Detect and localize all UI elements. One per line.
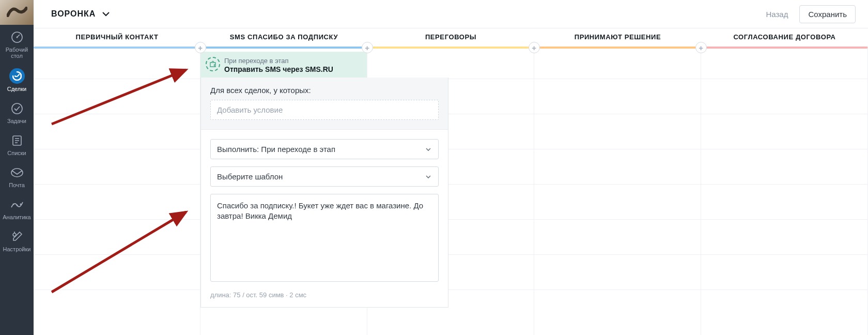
- nav-label: Аналитика: [3, 214, 30, 220]
- stage-headers: ПЕРВИЧНЫЙ КОНТАКТ+SMS СПАСИБО ЗА ПОДПИСК…: [34, 28, 868, 47]
- columns: При переходе в этап Отправить SMS через …: [34, 47, 868, 335]
- trigger-card[interactable]: При переходе в этап Отправить SMS через …: [200, 52, 367, 79]
- sidebar: Рабочий стол Сделки Задачи Списки Почта …: [0, 0, 34, 335]
- column-0: [34, 47, 200, 335]
- execute-select-value: Выполнить: При переходе в этап: [217, 145, 335, 154]
- template-select[interactable]: Выберите шаблон: [210, 166, 439, 187]
- add-stage-button[interactable]: +: [362, 42, 373, 53]
- nav-settings[interactable]: Настройки: [0, 224, 34, 256]
- column-4: [701, 47, 868, 335]
- nav-label: Сделки: [7, 86, 27, 92]
- trigger-title: Отправить SMS через SMS.RU: [224, 65, 360, 73]
- stage-header[interactable]: SMS СПАСИБО ЗА ПОДПИСКУ+: [200, 28, 367, 47]
- nav-mail[interactable]: Почта: [0, 160, 34, 192]
- nav-label: Задачи: [7, 118, 26, 124]
- config-panel: Для всех сделок, у которых: Добавить усл…: [200, 78, 448, 308]
- svg-point-5: [12, 204, 14, 205]
- back-button[interactable]: Назад: [757, 6, 796, 23]
- stage-label: SMS СПАСИБО ЗА ПОДПИСКУ: [230, 33, 338, 41]
- trigger-subtitle: При переходе в этап: [224, 57, 360, 65]
- stage-header[interactable]: ПРИНИМАЮТ РЕШЕНИЕ+: [534, 28, 701, 47]
- nav-dashboard[interactable]: Рабочий стол: [0, 25, 34, 63]
- tasks-icon: [10, 101, 24, 116]
- add-stage-button[interactable]: +: [529, 42, 540, 53]
- message-textarea[interactable]: Спасибо за подписку.! Букет уже ждет вас…: [210, 194, 439, 282]
- nav-label: Настройки: [3, 246, 31, 252]
- column-1: При переходе в этап Отправить SMS через …: [200, 47, 367, 335]
- save-button[interactable]: Сохранить: [799, 5, 856, 23]
- nav-label: Списки: [7, 150, 26, 156]
- stage-label: СОГЛАСОВАНИЕ ДОГОВОРА: [733, 33, 835, 41]
- stage-header[interactable]: ПЕРЕГОВОРЫ+: [367, 28, 534, 47]
- nav-analytics[interactable]: Аналитика: [0, 192, 34, 224]
- stage-label: ПЕРЕГОВОРЫ: [425, 33, 476, 41]
- svg-point-1: [16, 37, 18, 38]
- add-stage-button[interactable]: +: [695, 42, 707, 53]
- nav-lists[interactable]: Списки: [0, 128, 34, 160]
- stage-label: ПЕРВИЧНЫЙ КОНТАКТ: [76, 33, 159, 41]
- svg-point-4: [11, 169, 23, 177]
- chevron-down-icon[interactable]: [101, 9, 111, 19]
- settings-icon: [10, 230, 24, 244]
- nav-label: Почта: [9, 182, 25, 188]
- page-title: ВОРОНКА: [51, 9, 96, 19]
- svg-point-7: [20, 204, 21, 205]
- add-stage-button[interactable]: +: [195, 42, 206, 53]
- nav-deals[interactable]: Сделки: [0, 63, 34, 96]
- stage-label: ПРИНИМАЮТ РЕШЕНИЕ: [575, 33, 661, 41]
- analytics-icon: [10, 197, 24, 212]
- mail-icon: [10, 165, 24, 180]
- stage-header[interactable]: ПЕРВИЧНЫЙ КОНТАКТ+: [34, 28, 200, 47]
- chevron-down-icon: [425, 146, 432, 153]
- puzzle-icon: [206, 57, 220, 71]
- add-condition-input[interactable]: Добавить условие: [210, 100, 439, 120]
- svg-point-2: [12, 103, 22, 114]
- column-3: [534, 47, 701, 335]
- lists-icon: [10, 133, 24, 148]
- deals-icon: [9, 68, 25, 84]
- template-select-value: Выберите шаблон: [217, 172, 283, 181]
- conditions-label: Для всех сделок, у которых:: [210, 86, 439, 95]
- topbar: ВОРОНКА Назад Сохранить: [34, 0, 868, 28]
- chevron-down-icon: [425, 173, 432, 180]
- dashboard-icon: [10, 30, 24, 44]
- nav-label: Рабочий стол: [6, 47, 28, 59]
- char-counter: длина: 75 / ост. 59 симв · 2 смс: [201, 291, 448, 307]
- execute-select[interactable]: Выполнить: При переходе в этап: [210, 139, 439, 159]
- main: ВОРОНКА Назад Сохранить ПЕРВИЧНЫЙ КОНТАК…: [34, 0, 868, 335]
- avatar[interactable]: [0, 0, 34, 25]
- nav-tasks[interactable]: Задачи: [0, 96, 34, 128]
- stage-header[interactable]: СОГЛАСОВАНИЕ ДОГОВОРА: [701, 28, 868, 47]
- svg-point-6: [16, 205, 18, 206]
